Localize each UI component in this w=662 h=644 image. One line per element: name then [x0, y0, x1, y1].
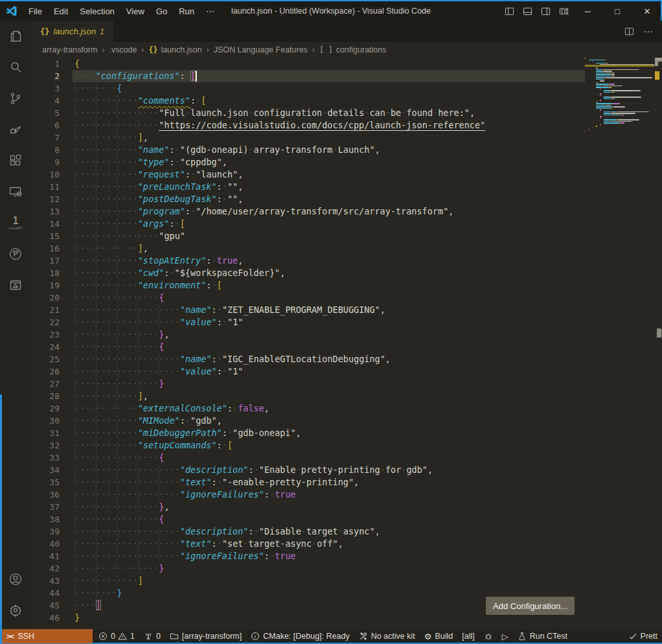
line-number[interactable]: 35 — [31, 476, 60, 489]
status-cmake-kit[interactable]: No active kit — [354, 629, 420, 643]
code-line-1[interactable]: 1{ — [31, 58, 585, 70]
line-number[interactable]: 45 — [31, 599, 60, 612]
minimize-button[interactable]: ─ — [573, 1, 602, 21]
toggle-panel-icon[interactable] — [518, 1, 536, 21]
line-number[interactable]: 14 — [31, 218, 60, 230]
code-line-5[interactable]: 5················"Full·launch.json·confi… — [31, 107, 585, 119]
menu-item-edit[interactable]: Edit — [48, 1, 74, 21]
line-number[interactable]: 7 — [31, 132, 60, 144]
activity-samples-browser-icon[interactable] — [0, 270, 31, 301]
line-number[interactable]: 28 — [31, 390, 60, 402]
code-line-37[interactable]: 37················}, — [31, 501, 585, 513]
code-line-39[interactable]: 39····················"description":·"Di… — [31, 525, 585, 538]
remote-ssh-indicator[interactable]: >< SSH — [0, 629, 93, 643]
line-number[interactable]: 17 — [31, 255, 60, 267]
code-line-15[interactable]: 15················"gpu" — [31, 230, 585, 242]
code-line-30[interactable]: 30············"MIMode":·"gdb", — [31, 415, 585, 427]
line-number[interactable]: 38 — [31, 513, 60, 525]
activity-search-icon[interactable] — [0, 52, 31, 83]
code-line-7[interactable]: 7············], — [31, 132, 585, 144]
code-line-18[interactable]: 18············"cwd":·"${workspaceFolder}… — [31, 267, 585, 279]
menu-item-selection[interactable]: Selection — [74, 1, 120, 21]
code-line-27[interactable]: 27················} — [31, 378, 585, 390]
line-number[interactable]: 44 — [31, 587, 60, 599]
line-number[interactable]: 19 — [31, 279, 60, 292]
code-line-10[interactable]: 10············"request":·"launch", — [31, 168, 585, 181]
line-number[interactable]: 10 — [31, 168, 60, 181]
line-number[interactable]: 16 — [31, 242, 60, 255]
activity-accounts-icon[interactable] — [0, 564, 31, 595]
status-problems-errors[interactable]: 0 — [94, 629, 117, 643]
line-number[interactable]: 32 — [31, 439, 60, 452]
code-line-22[interactable]: 22····················"value":·"1" — [31, 316, 585, 328]
toggle-secondary-sidebar-icon[interactable] — [536, 1, 554, 21]
status-cmake-build[interactable]: ⚙Build — [420, 629, 457, 643]
status-workspace-folder[interactable]: [array-transform] — [165, 629, 246, 643]
code-line-41[interactable]: 41····················"ignoreFailures":·… — [31, 550, 585, 562]
status-cmake-target[interactable]: [all] — [457, 629, 479, 643]
line-number[interactable]: 4 — [31, 95, 60, 107]
activity-source-control-icon[interactable] — [0, 83, 31, 114]
activity-remote-explorer-icon[interactable] — [0, 176, 31, 207]
code-line-28[interactable]: 28············], — [31, 390, 585, 402]
activity-settings-icon[interactable] — [0, 595, 31, 626]
status-cmake-debug[interactable] — [479, 629, 497, 643]
status-problems-warnings[interactable]: 1 — [117, 629, 139, 643]
code-editor[interactable]: 1{2····"configurations":·[3········{4···… — [31, 58, 662, 630]
more-actions-icon[interactable]: ⋯ — [643, 26, 653, 38]
code-line-24[interactable]: 24················{ — [31, 341, 585, 353]
code-line-25[interactable]: 25····················"name":·"IGC_Enabl… — [31, 353, 585, 365]
line-number[interactable]: 46 — [31, 612, 60, 624]
tab-launch-json[interactable]: {} launch.json 1 — [31, 21, 113, 42]
line-number[interactable]: 36 — [31, 489, 60, 501]
code-lines[interactable]: 1{2····"configurations":·[3········{4···… — [31, 58, 585, 624]
breadcrumb-item-configurations[interactable]: [ ]configurations — [319, 45, 387, 54]
code-line-29[interactable]: 29············"externalConsole":·false, — [31, 402, 585, 415]
code-line-35[interactable]: 35····················"text":·"-enable-p… — [31, 476, 585, 489]
line-number[interactable]: 11 — [31, 181, 60, 193]
line-number[interactable]: 23 — [31, 328, 60, 341]
status-cmake-status[interactable]: CMake: [Debug]: Ready — [246, 629, 354, 643]
line-number[interactable]: 37 — [31, 501, 60, 513]
code-line-6[interactable]: 6················"https://code.visualstu… — [31, 119, 585, 132]
code-line-36[interactable]: 36····················"ignoreFailures":·… — [31, 489, 585, 501]
code-line-12[interactable]: 12············"postDebugTask":·"", — [31, 193, 585, 205]
status-forwarded-ports[interactable]: 0 — [139, 629, 165, 643]
close-button[interactable]: ✕ — [632, 1, 662, 21]
breadcrumb-item--vscode[interactable]: .vscode — [109, 45, 137, 54]
menu-item-file[interactable]: File — [23, 1, 48, 21]
code-line-4[interactable]: 4············"comments":·[ — [31, 95, 585, 107]
line-number[interactable]: 33 — [31, 452, 60, 464]
line-number[interactable]: 39 — [31, 525, 60, 538]
line-number[interactable]: 15 — [31, 230, 60, 242]
activity-devcloud-icon[interactable] — [0, 238, 31, 270]
menu-item-run[interactable]: Run — [173, 1, 200, 21]
code-line-43[interactable]: 43············] — [31, 575, 585, 587]
code-line-20[interactable]: 20················{ — [31, 292, 585, 304]
line-number[interactable]: 31 — [31, 427, 60, 439]
line-number[interactable]: 29 — [31, 402, 60, 415]
line-number[interactable]: 1 — [31, 58, 60, 70]
line-number[interactable]: 27 — [31, 378, 60, 390]
line-number[interactable]: 24 — [31, 341, 60, 353]
line-number[interactable]: 26 — [31, 365, 60, 378]
code-line-32[interactable]: 32············"setupCommands":·[ — [31, 439, 585, 452]
line-number[interactable]: 42 — [31, 562, 60, 575]
breadcrumb-item-array-transform[interactable]: array-transform — [42, 45, 97, 54]
code-line-21[interactable]: 21····················"name":·"ZET_ENABL… — [31, 304, 585, 316]
code-line-23[interactable]: 23················}, — [31, 328, 585, 341]
status-cmake-launch[interactable]: ▷ — [497, 629, 513, 643]
code-line-38[interactable]: 38················{ — [31, 513, 585, 525]
code-line-19[interactable]: 19············"environment":·[ — [31, 279, 585, 292]
code-line-9[interactable]: 9············"type":·"cppdbg", — [31, 156, 585, 168]
line-number[interactable]: 5 — [31, 107, 60, 119]
code-line-40[interactable]: 40····················"text":·"set·targe… — [31, 538, 585, 550]
code-line-42[interactable]: 42················} — [31, 562, 585, 575]
line-number[interactable]: 8 — [31, 144, 60, 156]
menu-item-go[interactable]: Go — [150, 1, 173, 21]
code-line-34[interactable]: 34····················"description":·"En… — [31, 464, 585, 476]
activity-extensions-icon[interactable] — [0, 145, 31, 176]
line-number[interactable]: 12 — [31, 193, 60, 205]
line-number[interactable]: 20 — [31, 292, 60, 304]
code-line-17[interactable]: 17············"stopAtEntry":·true, — [31, 255, 585, 267]
